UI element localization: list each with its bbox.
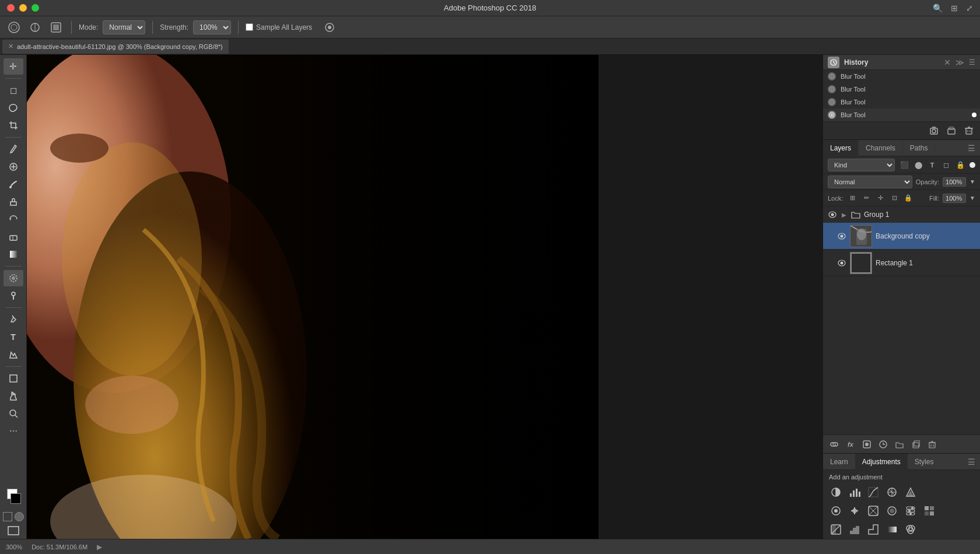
screen-mode-btn[interactable] [8,526,19,535]
path-select-tool[interactable] [4,346,23,363]
delete-layer-btn[interactable] [926,438,939,451]
history-expand-btn[interactable]: ≫ [956,58,964,67]
history-item-2[interactable]: Blur Tool [823,83,980,96]
kind-select[interactable]: Kind [828,159,895,171]
gradient-tool[interactable] [4,246,23,262]
text-tool[interactable]: T [4,329,23,345]
sample-layers-checkbox-label[interactable]: Sample All Layers [246,23,312,31]
blur-tool[interactable] [4,270,23,286]
quick-mask[interactable] [3,512,24,521]
invert-btn[interactable] [829,523,843,537]
group1-visibility-icon[interactable] [828,210,837,219]
levels-btn[interactable] [848,485,862,499]
hand-tool[interactable] [4,388,23,404]
posterize-btn[interactable] [848,523,862,537]
view-icon[interactable]: ⊞ [951,3,958,13]
smart-obj-filter-icon[interactable]: 🔒 [954,159,966,171]
strength-select[interactable]: 100% [193,20,231,34]
maximize-button[interactable] [32,4,39,12]
new-layer-btn[interactable] [909,438,922,451]
rect1-visibility-icon[interactable] [837,258,846,268]
marquee-tool[interactable]: ◻ [4,82,23,99]
tab-adjustments[interactable]: Adjustments [855,454,908,470]
tab-paths[interactable]: Paths [903,140,936,156]
lock-transparent-btn[interactable]: ⊞ [846,192,858,204]
fill-arrow[interactable]: ▼ [970,195,975,201]
brush-toggle-icon[interactable] [27,19,43,36]
extra-tools[interactable]: ⋯ [4,423,23,439]
type-filter-icon[interactable]: T [926,159,938,171]
gradient-map-btn[interactable] [885,523,899,537]
photo-filter-btn[interactable] [885,504,899,518]
arrows-icon[interactable]: ⤢ [966,3,973,13]
add-mask-btn[interactable] [860,438,873,451]
tab-close-icon[interactable]: ✕ [8,43,13,50]
shape-filter-icon[interactable]: ◻ [940,159,952,171]
lock-pixels-btn[interactable]: ✏ [860,192,872,204]
history-item-3[interactable]: Blur Tool [823,96,980,108]
move-tool[interactable]: ✛ [4,58,23,75]
zoom-tool[interactable] [4,405,23,422]
layers-menu-btn[interactable]: ☰ [963,143,980,153]
layer-effects-btn[interactable]: fx [844,438,857,451]
add-adjustment-btn[interactable] [877,438,890,451]
stamp-tool[interactable] [4,194,23,210]
color-swatches[interactable] [4,486,23,506]
status-arrow[interactable]: ▶ [97,543,102,551]
crop-tool[interactable] [4,117,23,134]
tab-channels[interactable]: Channels [859,140,903,156]
history-close-btn[interactable]: ✕ [944,58,951,67]
adjustment-filter-icon[interactable]: ⬤ [912,159,924,171]
channel-mixer-btn[interactable] [904,504,918,518]
new-group-btn[interactable] [893,438,906,451]
fill-value[interactable]: 100% [943,194,966,203]
document-tab[interactable]: ✕ adult-attractive-beautiful-61120.jpg @… [2,40,229,54]
threshold-btn[interactable] [866,523,880,537]
brush-size-icon[interactable] [6,19,22,36]
eyedropper-tool[interactable] [4,141,23,157]
mode-select[interactable]: Normal [103,20,145,34]
canvas-area[interactable] [27,55,822,539]
link-layers-btn[interactable] [828,438,841,451]
lock-position-btn[interactable]: ✛ [874,192,886,204]
color-balance-btn[interactable] [848,504,862,518]
history-item-4[interactable]: Blur Tool [823,108,980,121]
new-snapshot-btn[interactable] [928,124,940,137]
align-icon[interactable] [321,19,338,36]
blend-mode-select[interactable]: Normal [828,176,912,188]
close-button[interactable] [7,4,15,12]
delete-state-btn[interactable] [963,124,975,137]
lock-artboard-btn[interactable]: ⊡ [888,192,900,204]
vibrance-btn[interactable] [904,485,918,499]
create-layer-from-state-btn[interactable] [945,124,958,137]
search-icon[interactable]: 🔍 [933,3,943,13]
dodge-tool[interactable] [4,287,23,304]
group1-expand-icon[interactable]: ▶ [841,211,848,218]
shape-tool[interactable] [4,370,23,387]
tab-layers[interactable]: Layers [823,140,859,156]
sample-layers-checkbox[interactable] [246,23,253,31]
minimize-button[interactable] [19,4,27,12]
opacity-arrow[interactable]: ▼ [970,178,975,185]
lasso-tool[interactable] [4,100,23,116]
curves-btn[interactable] [866,485,880,499]
history-menu-btn[interactable]: ☰ [969,58,975,66]
brightness-contrast-btn[interactable] [829,485,843,499]
healing-brush-tool[interactable] [4,159,23,175]
black-white-btn[interactable] [866,504,880,518]
history-item-1[interactable]: Blur Tool [823,70,980,83]
lock-all-btn[interactable]: 🔒 [902,192,914,204]
brush-style-icon[interactable] [48,19,64,36]
color-lookup-btn[interactable] [922,504,936,518]
bg-copy-visibility-icon[interactable] [837,232,846,241]
layer-group-1[interactable]: ▶ Group 1 [823,206,980,223]
adjustments-menu-btn[interactable]: ☰ [963,457,980,467]
pen-tool[interactable] [4,311,23,328]
layer-rectangle-1[interactable]: Rectangle 1 [823,250,980,276]
pixel-filter-icon[interactable]: ⬛ [898,159,910,171]
history-brush-tool[interactable] [4,211,23,227]
exposure-btn[interactable] [885,485,899,499]
layer-background-copy[interactable]: Background copy [823,223,980,250]
eraser-tool[interactable] [4,229,23,245]
selective-color-btn[interactable] [904,523,918,537]
